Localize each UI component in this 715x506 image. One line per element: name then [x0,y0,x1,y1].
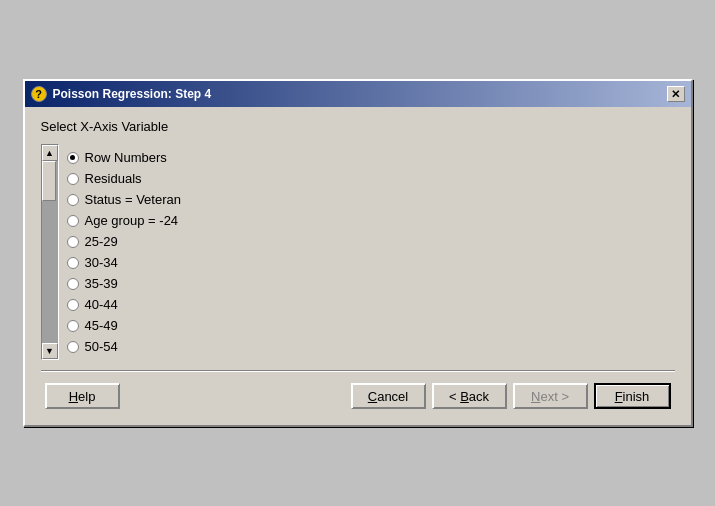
dialog-body: Select X-Axis Variable ▲ ▼ Row NumbersRe… [25,107,691,425]
dialog-title: Poisson Regression: Step 4 [53,87,212,101]
help-button-wrap: Help [45,383,120,409]
dialog-window: ? Poisson Regression: Step 4 ✕ Select X-… [23,79,693,427]
help-label: Help [69,389,96,404]
radio-input-age-50-54[interactable] [67,341,79,353]
radio-label-age-35-39: 35-39 [85,276,118,291]
radio-label-age-50-54: 50-54 [85,339,118,354]
cancel-rest: ancel [377,389,408,404]
radio-input-age-30-34[interactable] [67,257,79,269]
radio-input-age-25-29[interactable] [67,236,79,248]
radio-input-age-45-49[interactable] [67,320,79,332]
scrollbar: ▲ ▼ [41,144,59,360]
radio-input-row-numbers[interactable] [67,152,79,164]
close-button[interactable]: ✕ [667,86,685,102]
radio-label-residuals: Residuals [85,171,142,186]
radio-label-age-40-44: 40-44 [85,297,118,312]
radio-label-age-25-29: 25-29 [85,234,118,249]
radio-label-age-45-49: 45-49 [85,318,118,333]
radio-label-row-numbers: Row Numbers [85,150,167,165]
radio-item-age-45-49[interactable]: 45-49 [63,316,675,335]
radio-label-age-30-34: 30-34 [85,255,118,270]
content-area: ▲ ▼ Row NumbersResidualsStatus = Veteran… [41,144,675,360]
title-bar: ? Poisson Regression: Step 4 ✕ [25,81,691,107]
radio-input-age-40-44[interactable] [67,299,79,311]
radio-label-age-group-24: Age group = -24 [85,213,179,228]
radio-input-residuals[interactable] [67,173,79,185]
title-bar-left: ? Poisson Regression: Step 4 [31,86,212,102]
radio-input-status-veteran[interactable] [67,194,79,206]
back-button[interactable]: < Back [432,383,507,409]
scroll-track[interactable] [42,161,58,343]
radio-item-age-40-44[interactable]: 40-44 [63,295,675,314]
radio-input-age-group-24[interactable] [67,215,79,227]
radio-item-age-50-54[interactable]: 50-54 [63,337,675,356]
scroll-down-button[interactable]: ▼ [42,343,58,359]
radio-item-row-numbers[interactable]: Row Numbers [63,148,675,167]
radio-item-residuals[interactable]: Residuals [63,169,675,188]
cancel-button[interactable]: Cancel [351,383,426,409]
finish-button[interactable]: Finish [594,383,671,409]
button-row: Help Cancel < Back Next > Finish [41,379,675,413]
help-button[interactable]: Help [45,383,120,409]
section-label: Select X-Axis Variable [41,119,675,134]
next-button[interactable]: Next > [513,383,588,409]
separator [41,370,675,371]
scroll-up-button[interactable]: ▲ [42,145,58,161]
radio-item-age-25-29[interactable]: 25-29 [63,232,675,251]
radio-item-age-30-34[interactable]: 30-34 [63,253,675,272]
radio-label-status-veteran: Status = Veteran [85,192,181,207]
button-group-right: Cancel < Back Next > Finish [351,383,671,409]
radio-input-age-35-39[interactable] [67,278,79,290]
radio-item-status-veteran[interactable]: Status = Veteran [63,190,675,209]
radio-list: Row NumbersResidualsStatus = VeteranAge … [63,144,675,360]
radio-item-age-group-24[interactable]: Age group = -24 [63,211,675,230]
dialog-icon: ? [31,86,47,102]
radio-item-age-35-39[interactable]: 35-39 [63,274,675,293]
scroll-thumb[interactable] [42,161,56,201]
